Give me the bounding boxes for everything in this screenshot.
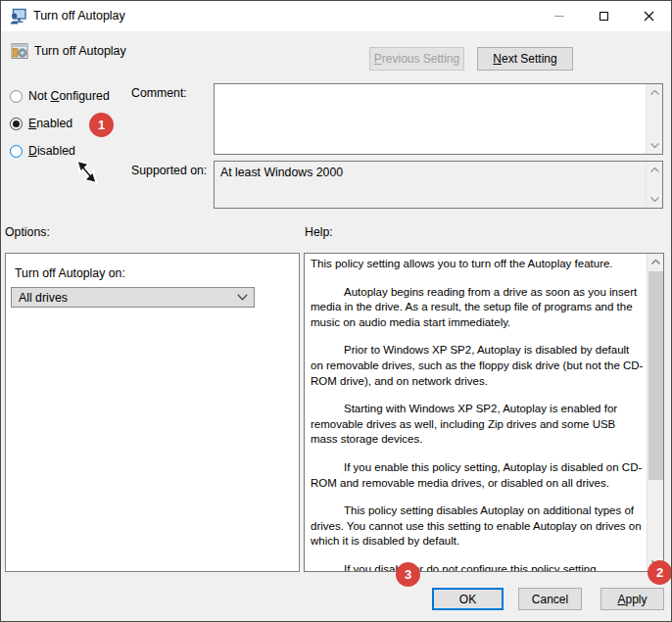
help-paragraph: Starting with Windows XP SP2, Autoplay i… (311, 402, 645, 448)
radio-not-configured-label: Not Configured (28, 89, 110, 103)
radio-enabled-label: Enabled (28, 117, 72, 130)
minimize-icon (554, 16, 564, 17)
policy-setting-icon (11, 42, 28, 60)
next-setting-button[interactable]: Next Setting (477, 47, 573, 71)
apply-button[interactable]: Apply (600, 588, 664, 610)
ok-label: OK (459, 593, 476, 606)
resize-cursor-icon (75, 160, 99, 185)
help-paragraph: This policy setting disables Autoplay on… (311, 503, 645, 550)
title-bar: Turn off Autoplay (1, 1, 671, 31)
apply-label: Apply (617, 593, 647, 606)
help-panel: This policy setting allows you to turn o… (304, 253, 664, 572)
radio-disabled-label: Disabled (28, 144, 75, 158)
chevron-down-icon (237, 294, 248, 301)
previous-setting-label: Previous Setting (374, 52, 459, 66)
step-badge-2: 2 (648, 560, 672, 585)
supported-on-textbox: At least Windows 2000 (214, 161, 663, 209)
drives-dropdown-value: All drives (19, 291, 68, 305)
maximize-icon (600, 12, 608, 21)
options-label: Options: (5, 225, 50, 239)
help-paragraph: Prior to Windows XP SP2, Autoplay is dis… (311, 343, 645, 389)
setting-name: Turn off Autoplay (34, 44, 126, 58)
ok-button[interactable]: OK (432, 588, 504, 610)
cancel-label: Cancel (532, 593, 568, 606)
help-scrollbar[interactable] (647, 254, 663, 571)
chevron-up-icon (650, 90, 659, 95)
group-policy-app-icon (10, 8, 26, 24)
scroll-up-button[interactable] (648, 254, 664, 270)
radio-enabled-circle (10, 118, 23, 130)
scroll-down-button[interactable] (647, 137, 663, 154)
window-title: Turn off Autoplay (33, 1, 125, 31)
scrollbar-thumb[interactable] (648, 271, 663, 480)
policy-setting-dialog: Turn off Autoplay Turn off Autoplay Prev… (0, 0, 672, 622)
minimize-button[interactable] (537, 1, 581, 31)
help-text: This policy setting allows you to turn o… (305, 254, 647, 571)
chevron-down-icon (650, 197, 659, 202)
close-icon (644, 11, 654, 22)
previous-setting-button[interactable]: Previous Setting (369, 47, 464, 71)
comment-label: Comment: (131, 86, 187, 100)
cancel-button[interactable]: Cancel (518, 588, 582, 610)
drives-dropdown[interactable]: All drives (11, 287, 255, 308)
chevron-up-icon (651, 260, 660, 264)
help-label: Help: (305, 225, 333, 239)
maximize-button[interactable] (582, 1, 626, 31)
comment-textbox[interactable] (214, 83, 663, 155)
scroll-up-button[interactable] (647, 162, 663, 178)
scroll-up-button[interactable] (647, 84, 663, 101)
radio-not-configured-circle (10, 90, 23, 103)
help-paragraph: If you disable or do not configure this … (311, 562, 645, 571)
radio-enabled[interactable]: Enabled (10, 117, 72, 130)
help-paragraph: This policy setting allows you to turn o… (311, 257, 645, 272)
step-badge-3: 3 (396, 562, 420, 587)
radio-disabled-circle (10, 145, 23, 158)
scroll-down-button[interactable] (647, 191, 663, 208)
chevron-down-icon (650, 143, 659, 148)
supported-on-scrollbar[interactable] (646, 162, 662, 208)
radio-not-configured[interactable]: Not Configured (10, 89, 110, 103)
step-badge-1: 1 (89, 113, 114, 137)
close-button[interactable] (627, 1, 671, 31)
help-paragraph: Autoplay begins reading from a drive as … (311, 285, 645, 331)
comment-scrollbar[interactable] (646, 84, 662, 154)
dropdown-label: Turn off Autoplay on: (15, 266, 125, 280)
supported-on-text: At least Windows 2000 (215, 162, 646, 208)
supported-on-label: Supported on: (131, 164, 207, 177)
chevron-up-icon (650, 167, 659, 172)
radio-disabled[interactable]: Disabled (10, 144, 75, 158)
options-panel: Turn off Autoplay on: All drives (5, 253, 300, 572)
comment-text[interactable] (215, 84, 646, 154)
next-setting-label: Next Setting (493, 52, 556, 66)
help-paragraph: If you enable this policy setting, Autop… (311, 460, 645, 491)
